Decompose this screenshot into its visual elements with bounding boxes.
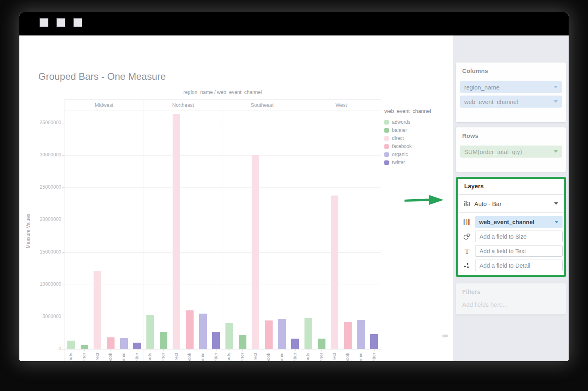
x-tick-label: organic [200, 353, 205, 361]
bar-west-organic[interactable] [357, 320, 365, 349]
bar-west-twitter[interactable] [370, 334, 378, 349]
x-tick [256, 349, 256, 351]
x-tick-label: organic [121, 353, 126, 361]
x-tick [137, 349, 138, 351]
divider [458, 212, 564, 213]
x-tick-label: adwords [305, 353, 310, 361]
mini-bar-chart-icon [463, 200, 471, 207]
chevron-down-icon[interactable] [555, 221, 559, 223]
bar-west-direct[interactable] [331, 196, 338, 349]
bar-northeast-facebook[interactable] [186, 310, 194, 349]
x-tick-label: adwords [226, 353, 231, 361]
legend-item[interactable]: direct [384, 134, 431, 142]
plot-area: Midwestadwordsbannerdirectfacebookorgani… [65, 99, 381, 361]
color-field-pill[interactable]: web_event_channel [475, 216, 563, 228]
bar-northeast-direct[interactable] [173, 114, 180, 349]
y-tick-label: 5000000 [35, 314, 61, 319]
legend-item-label: adwords [392, 119, 410, 125]
facet-separator [381, 99, 381, 361]
legend-item[interactable]: twitter [384, 158, 431, 166]
x-tick-label: twitter [371, 353, 376, 361]
window-control-square[interactable] [56, 18, 65, 27]
bar-midwest-facebook[interactable] [107, 337, 115, 349]
field-label: SUM(order_total_qty) [464, 148, 522, 155]
facet-label: Midwest [65, 102, 144, 108]
bar-northeast-adwords[interactable] [146, 315, 154, 349]
filters-panel: Filters Add fields here... [456, 283, 566, 314]
y-tick-label: 30000000 [35, 152, 61, 158]
x-tick [177, 349, 177, 351]
legend-swatch-icon [384, 160, 389, 165]
x-tick [308, 349, 309, 351]
x-tick [269, 349, 269, 351]
x-tick [229, 349, 229, 351]
bar-southeast-direct[interactable] [252, 155, 259, 349]
bar-midwest-banner[interactable] [81, 345, 88, 349]
chevron-down-icon[interactable] [554, 100, 558, 103]
y-tick-label: 0 [35, 346, 61, 351]
text-field-drop[interactable]: Add a field to Text [475, 245, 563, 257]
chevron-down-icon[interactable] [554, 150, 558, 153]
layers-panel-title: Layers [464, 183, 484, 189]
facet-header: region_name / web_event_channel [65, 89, 381, 95]
rows-panel-title: Rows [462, 132, 478, 139]
facet-separator [144, 99, 144, 361]
legend-item[interactable]: organic [384, 150, 431, 158]
bar-west-adwords[interactable] [304, 318, 312, 349]
columns-panel: Columns region_name web_event_channel [456, 62, 566, 122]
row-field-sum-order-total-qty[interactable]: SUM(order_total_qty) [460, 146, 562, 158]
y-axis: 0500000010000000150000002000000025000000… [19, 99, 65, 361]
main-content: Grouped Bars - One Measure region_name /… [19, 35, 569, 361]
color-bars-icon [463, 219, 470, 225]
column-field-web-event-channel[interactable]: web_event_channel [460, 96, 562, 108]
x-tick [242, 349, 243, 351]
bar-southeast-adwords[interactable] [225, 323, 233, 349]
bar-midwest-adwords[interactable] [67, 341, 75, 349]
facet-label: Northeast [144, 102, 223, 108]
bar-southeast-facebook[interactable] [265, 320, 273, 349]
size-circles-icon [463, 233, 470, 240]
chevron-down-icon[interactable] [554, 86, 558, 88]
x-tick [295, 349, 296, 351]
x-tick [348, 349, 348, 351]
legend-swatch-icon [384, 152, 389, 157]
x-tick-label: facebook [108, 353, 113, 361]
bar-northeast-banner[interactable] [160, 332, 167, 349]
x-tick [203, 349, 203, 351]
y-tick-label: 25000000 [35, 184, 61, 190]
x-tick-label: adwords [68, 353, 73, 361]
bar-southeast-twitter[interactable] [291, 339, 299, 349]
bar-west-facebook[interactable] [344, 322, 352, 349]
bar-west-banner[interactable] [318, 339, 325, 349]
window-control-square[interactable] [73, 18, 82, 27]
bar-southeast-banner[interactable] [239, 335, 246, 349]
bar-midwest-twitter[interactable] [133, 343, 141, 349]
x-tick-label: adwords [147, 353, 152, 361]
filters-panel-title: Filters [462, 288, 480, 295]
bar-midwest-direct[interactable] [94, 271, 101, 349]
column-field-region-name[interactable]: region_name [460, 81, 562, 93]
filters-drop-placeholder[interactable]: Add fields here... [462, 301, 508, 308]
layer-type-row[interactable]: Auto - Bar [458, 195, 564, 212]
chevron-down-icon[interactable] [554, 202, 558, 205]
bar-northeast-organic[interactable] [199, 314, 207, 349]
window-control-square[interactable] [40, 18, 48, 27]
x-tick-label: facebook [187, 353, 192, 361]
facet-separator [302, 99, 302, 361]
x-tick [190, 349, 190, 351]
legend-item[interactable]: banner [384, 126, 431, 134]
legend-item[interactable]: adwords [384, 118, 431, 126]
bar-southeast-organic[interactable] [278, 319, 286, 349]
scrollbar-thumb[interactable] [442, 335, 448, 337]
bar-northeast-twitter[interactable] [212, 332, 220, 349]
x-tick-label: organic [358, 353, 363, 361]
detail-field-drop[interactable]: Add a field to Detail [475, 260, 563, 271]
x-tick-label: banner [161, 353, 165, 361]
bar-midwest-organic[interactable] [120, 338, 128, 349]
x-tick [84, 349, 85, 351]
legend-items: adwordsbannerdirectfacebookorganictwitte… [384, 118, 431, 166]
x-tick [321, 349, 322, 351]
x-tick-label: banner [240, 353, 244, 361]
legend-item[interactable]: facebook [384, 142, 431, 150]
size-field-drop[interactable]: Add a field to Size [475, 231, 563, 242]
